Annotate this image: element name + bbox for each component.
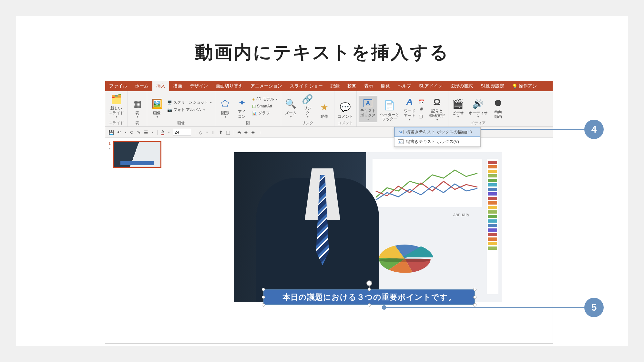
- textbox-content[interactable]: 本日の議題における３つの重要ポイントです。: [263, 289, 475, 305]
- resize-handle-tl[interactable]: [262, 288, 265, 291]
- tab-view[interactable]: 表示: [360, 81, 377, 91]
- audio-button[interactable]: 🔊 オーディオ ▾: [467, 93, 489, 119]
- slide-number-icon[interactable]: #️: [419, 106, 424, 112]
- resize-handle-ml[interactable]: [262, 296, 265, 299]
- resize-handle-br[interactable]: [473, 303, 476, 307]
- new-slide-button[interactable]: 🗂️ 新しい スライド ▾: [107, 93, 125, 119]
- tab-record[interactable]: 記録: [327, 81, 343, 91]
- save-icon[interactable]: 💾: [108, 130, 114, 135]
- comment-button[interactable]: 💬 コメント: [336, 93, 354, 119]
- audio-label: オーディオ: [468, 111, 488, 115]
- tab-design[interactable]: デザイン: [186, 81, 212, 91]
- tab-slideshow[interactable]: スライド ショー: [286, 81, 327, 91]
- chevron-down-icon: ▾: [409, 118, 411, 122]
- symbol-button[interactable]: Ω 記号と 特殊文字 ▾: [428, 96, 446, 122]
- link-icon: 🔗: [302, 94, 313, 105]
- shapes-icon: ⬠: [221, 98, 229, 109]
- object-icon[interactable]: ▢: [419, 114, 424, 119]
- shape-fill-icon[interactable]: ◇: [199, 130, 202, 135]
- chart-button[interactable]: 📊 グラフ: [251, 110, 279, 116]
- link-button[interactable]: 🔗 リン ク ▾: [300, 93, 315, 119]
- slide-canvas-area[interactable]: January: [173, 138, 553, 343]
- dropdown-vertical-textbox[interactable]: ⫿A 縦書きテキスト ボックス(V): [394, 137, 480, 146]
- redo-icon[interactable]: ↻: [130, 130, 134, 135]
- tab-animation[interactable]: アニメーション: [247, 81, 286, 91]
- tab-file[interactable]: ファイル: [105, 81, 131, 91]
- chevron-down-icon: ▾: [203, 108, 205, 112]
- undo-icon[interactable]: ↶: [117, 130, 121, 135]
- zoom-button[interactable]: 🔍 ズーム ▾: [283, 93, 299, 119]
- chevron-down-icon[interactable]: ▾: [152, 131, 154, 134]
- 3d-models-button[interactable]: ◈ 3D モデル ▾: [251, 96, 279, 103]
- chevron-down-icon[interactable]: ▾: [168, 131, 170, 134]
- smartart-button[interactable]: ◫ SmartArt: [251, 103, 279, 109]
- list-icon[interactable]: ☰: [144, 130, 148, 135]
- zoom-in-icon[interactable]: ⊕: [244, 130, 248, 135]
- dropdown-vertical-label: 縦書きテキスト ボックス(V): [406, 139, 459, 145]
- new-slide-label: 新しい スライド: [108, 106, 124, 115]
- callout-4: 4: [584, 120, 604, 139]
- chevron-down-icon[interactable]: ▾: [125, 131, 127, 134]
- textbox-icon: A: [363, 99, 372, 107]
- tab-sladdin[interactable]: SLアドイン: [415, 81, 446, 91]
- video-placeholder[interactable]: January: [234, 152, 502, 302]
- picture-label: 画像: [153, 111, 161, 115]
- textbox-button[interactable]: A テキスト ボックス ▾: [359, 96, 377, 122]
- screenshot-label: スクリーンショット: [173, 100, 208, 105]
- slide-thumbnail-1[interactable]: [113, 141, 161, 168]
- zoom-out-icon[interactable]: ⊖: [251, 130, 255, 135]
- font-color-icon[interactable]: A: [161, 129, 164, 135]
- tab-tell-me[interactable]: 💡 操作アシ: [508, 81, 553, 91]
- wordart-button[interactable]: A ワード アート ▾: [402, 96, 417, 122]
- screenshot-button[interactable]: 🖥️ スクリーンショット ▾: [166, 99, 213, 106]
- chevron-down-icon[interactable]: ▾: [206, 131, 208, 134]
- tab-review[interactable]: 校閲: [343, 81, 360, 91]
- tab-insert[interactable]: 挿入: [152, 81, 169, 91]
- tab-shape-format[interactable]: 図形の書式: [446, 81, 477, 91]
- video-button[interactable]: 🎬 ビデオ ▾: [450, 93, 466, 119]
- resize-handle-bl[interactable]: [262, 303, 265, 307]
- tab-developer[interactable]: 開発: [377, 81, 394, 91]
- header-footer-button[interactable]: 📄 ヘッダーと フッター: [379, 96, 401, 122]
- group-media: 🎬 ビデオ ▾ 🔊 オーディオ ▾ ⏺ 画面 録画 メディア: [448, 91, 508, 126]
- shapes-button[interactable]: ⬠ 図形 ▾: [217, 93, 233, 119]
- clear-format-icon[interactable]: A: [238, 130, 240, 135]
- group-icon[interactable]: ⬚: [226, 130, 230, 135]
- tab-sl-shape[interactable]: SL図形設定: [477, 81, 508, 91]
- chevron-down-icon: ▾: [457, 115, 459, 119]
- chevron-down-icon: ▾: [157, 115, 158, 119]
- comment-icon: 💬: [340, 102, 351, 113]
- resize-handle-bm[interactable]: [368, 303, 371, 307]
- screen-recording-button[interactable]: ⏺ 画面 録画: [490, 93, 506, 119]
- spellcheck-icon[interactable]: ✎: [137, 130, 141, 135]
- chevron-down-icon: ▾: [225, 115, 226, 119]
- align-icon[interactable]: ⫼: [211, 130, 216, 135]
- table-button[interactable]: ▦ 表 ▾: [129, 93, 145, 119]
- rotate-handle[interactable]: [366, 280, 372, 286]
- tab-home[interactable]: ホーム: [131, 81, 152, 91]
- photo-album-button[interactable]: 📷 フォト アルバム ▾: [166, 106, 213, 113]
- font-size-input[interactable]: [173, 129, 191, 136]
- dropdown-horizontal-textbox[interactable]: A≡ 横書きテキスト ボックスの描画(H): [394, 127, 480, 137]
- arrange-icon[interactable]: ⬍: [219, 130, 223, 135]
- page-title: 動画内にテキストを挿入する: [16, 40, 628, 65]
- date-time-icon[interactable]: 📅: [419, 99, 424, 105]
- picture-icon: 🖼️: [151, 98, 163, 109]
- resize-handle-mr[interactable]: [473, 296, 476, 299]
- qat-overflow-icon[interactable]: ⋮: [259, 131, 262, 134]
- textbox-dropdown: A≡ 横書きテキスト ボックスの描画(H) ⫿A 縦書きテキスト ボックス(V): [394, 127, 481, 147]
- tab-transition[interactable]: 画面切り替え: [212, 81, 247, 91]
- header-footer-label: ヘッダーと フッター: [380, 112, 399, 122]
- picture-button[interactable]: 🖼️ 画像 ▾: [149, 93, 165, 119]
- person-figure: [243, 152, 392, 302]
- group-symbols-label: [428, 125, 446, 126]
- selected-textbox[interactable]: 本日の議題における３つの重要ポイントです。: [263, 289, 475, 305]
- chevron-down-icon: ▾: [290, 115, 292, 119]
- icons-button[interactable]: ✦ アイ コン: [234, 93, 250, 119]
- ribbon-tabs: ファイル ホーム 挿入 描画 デザイン 画面切り替え アニメーション スライド …: [105, 81, 553, 91]
- tab-help[interactable]: ヘルプ: [394, 81, 415, 91]
- resize-handle-tr[interactable]: [473, 288, 476, 291]
- action-button[interactable]: ★ 動作: [317, 93, 332, 119]
- resize-handle-tm[interactable]: [368, 288, 371, 291]
- tab-draw[interactable]: 描画: [169, 81, 186, 91]
